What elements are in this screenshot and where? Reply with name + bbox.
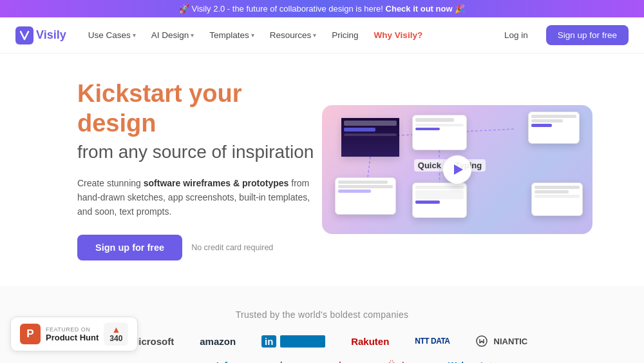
logo-icon: [15, 26, 33, 44]
chevron-down-icon: ▾: [313, 32, 316, 39]
hero-section: Kickstart your design from any source of…: [0, 54, 644, 286]
chevron-down-icon: ▾: [251, 32, 254, 39]
promo-banner: 🚀 Visily 2.0 - the future of collaborati…: [0, 0, 644, 17]
product-hunt-badge[interactable]: P FEATURED ON Product Hunt ▲ 340: [10, 317, 138, 351]
wipro-logo: wipro.: [273, 360, 299, 363]
banner-text: 🚀 Visily 2.0 - the future of collaborati…: [179, 4, 383, 14]
accenture-logo: accenture: [149, 360, 190, 363]
hero-signup-button[interactable]: Sign up for free: [77, 235, 182, 260]
niantic-logo: NIANTIC: [476, 335, 528, 347]
nav-links: Use Cases ▾ AI Design ▾ Templates ▾ Reso…: [82, 26, 494, 44]
nav-ai-design[interactable]: AI Design ▾: [145, 26, 201, 44]
ph-featured-label: FEATURED ON: [46, 326, 99, 333]
svg-rect-0: [15, 26, 33, 44]
hero-subtitle: from any source of inspiration: [77, 141, 322, 164]
hero-description: Create stunning software wireframes & pr…: [77, 176, 322, 219]
ntt-data-logo: NTT DATA: [415, 337, 450, 346]
logo-text: Visily: [36, 28, 66, 42]
hero-cta: Sign up for free No credit card required: [77, 235, 322, 260]
signup-button[interactable]: Sign up for free: [546, 25, 629, 45]
mock-screen-wireframe-2: [528, 112, 580, 144]
chevron-down-icon: ▾: [133, 32, 136, 39]
mock-screen-wireframe-3: [335, 177, 396, 215]
chevron-down-icon: ▾: [191, 32, 194, 39]
udemy-logo: Üdemy: [388, 360, 422, 363]
mock-screen-wireframe-4: [412, 182, 467, 218]
amazon-logo: amazon: [200, 336, 236, 347]
mock-screen-wireframe-5: [531, 182, 583, 216]
linkedin-logo: in LinkedIn: [261, 335, 325, 348]
upvote-arrow-icon: ▲: [111, 325, 120, 334]
product-hunt-icon: P: [20, 324, 41, 344]
ph-product-name: Product Hunt: [46, 333, 99, 342]
play-button[interactable]: [443, 155, 471, 184]
mock-screen-dark: [341, 118, 399, 157]
mock-screen-wireframe-1: [412, 115, 467, 150]
banner-cta[interactable]: Check it out now 🎉: [386, 4, 466, 14]
infosys-logo: Infosys: [216, 360, 247, 363]
nav-use-cases[interactable]: Use Cases ▾: [82, 26, 142, 44]
nav-resources[interactable]: Resources ▾: [263, 26, 323, 44]
hero-text: Kickstart your design from any source of…: [77, 79, 322, 260]
verizon-logo: verizon✓: [325, 360, 363, 363]
hero-note: No credit card required: [191, 243, 273, 252]
login-button[interactable]: Log in: [494, 25, 538, 45]
ph-text: FEATURED ON Product Hunt: [46, 326, 99, 342]
nav-pricing[interactable]: Pricing: [325, 26, 365, 44]
nav-why-visily[interactable]: Why Visily?: [368, 26, 430, 44]
logo-row-2: accenture Infosys wipro. verizon✓ Üdemy …: [15, 360, 629, 363]
nav-templates[interactable]: Templates ▾: [203, 26, 261, 44]
nav-right: Log in Sign up for free: [494, 25, 629, 45]
ph-count-number: 340: [109, 334, 122, 343]
hero-visual: Quick Typing: [322, 105, 592, 234]
niantic-icon: [476, 335, 488, 347]
main-nav: Visily Use Cases ▾ AI Design ▾ Templates…: [0, 17, 644, 54]
logo-link[interactable]: Visily: [15, 26, 66, 44]
rakuten-logo: Rakuten: [351, 336, 389, 347]
hero-title: Kickstart your design: [77, 79, 322, 138]
ph-vote-count: ▲ 340: [104, 322, 128, 346]
hero-image: Quick Typing: [322, 105, 592, 234]
walmart-logo: Walmart✦: [448, 360, 495, 363]
